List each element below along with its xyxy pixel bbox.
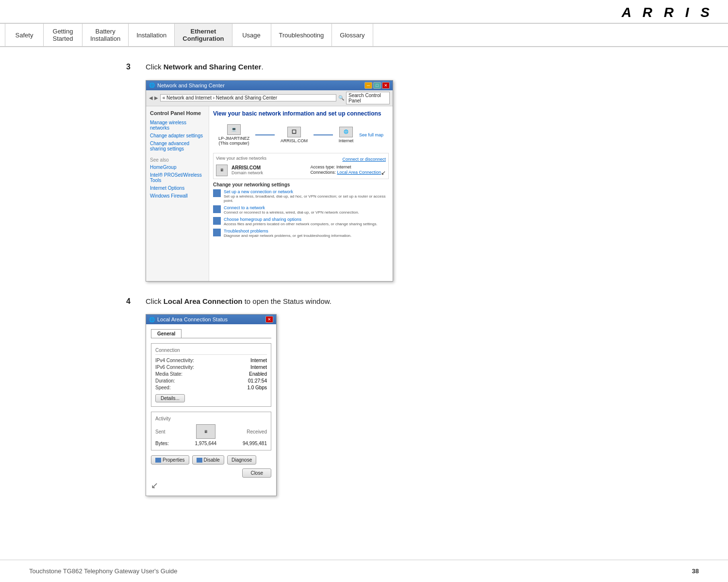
maximize-button[interactable]: □: [373, 82, 381, 89]
nsc-link-wireless[interactable]: Manage wireless networks: [150, 120, 205, 131]
lac-title: Local Area Connection Status: [157, 316, 228, 322]
lac-close-btn[interactable]: Close: [242, 468, 271, 478]
setting-desc-0: Set up a wireless, broadband, dial-up, a…: [224, 194, 389, 203]
footer: Touchstone TG862 Telephony Gateway User'…: [0, 560, 728, 582]
nav-item-usage[interactable]: Usage: [232, 24, 271, 46]
properties-button[interactable]: Properties: [151, 455, 189, 465]
setting-icon-3: [213, 229, 221, 236]
nav-item-installation[interactable]: Installation: [129, 24, 175, 46]
nsc-link-adapter[interactable]: Change adapter settings: [150, 133, 205, 138]
bytes-row: Bytes: 1,975,644 94,995,481: [155, 441, 267, 446]
minimize-button[interactable]: ─: [364, 82, 372, 89]
nsc-body: Control Panel Home Manage wireless netwo…: [146, 106, 393, 281]
router-icon: 🔲: [287, 127, 301, 137]
setting-link-1[interactable]: Connect to a network: [224, 205, 359, 210]
disable-icon: [197, 458, 202, 463]
footer-page: 38: [692, 567, 699, 575]
nsc-see-also: See also HomeGroup Intel® PROSet/Wireles…: [150, 157, 205, 199]
nsc-address[interactable]: « Network and Internet › Network and Sha…: [160, 94, 336, 101]
details-button[interactable]: Details...: [155, 394, 185, 402]
setting-row-1: Connect to a network Connect or reconnec…: [213, 205, 389, 215]
setting-link-0[interactable]: Set up a new connection or network: [224, 189, 389, 194]
nav-item-getting-started[interactable]: GettingStarted: [44, 24, 83, 46]
diagnose-button[interactable]: Diagnose: [227, 455, 256, 465]
setting-desc-3: Diagnose and repair network problems, or…: [224, 233, 351, 238]
see-also-label: See also: [150, 157, 205, 163]
net-line-1: [255, 134, 275, 135]
setting-row-0: Set up a new connection or network Set u…: [213, 189, 389, 203]
nav-item-battery-installation[interactable]: BatteryInstallation: [83, 24, 129, 46]
step-4-bold: Local Area Connection: [164, 297, 243, 305]
activity-sent-received-row: Sent 🖥 Received: [155, 424, 267, 439]
step-4-number: 4: [126, 296, 146, 306]
nsc-link-sharing[interactable]: Change advanced sharing settings: [150, 141, 205, 151]
nsc-main-panel: View your basic network information and …: [209, 106, 393, 281]
step-4-text: Click Local Area Connection to open the …: [146, 296, 602, 307]
active-networks-section: View your active networks Connect or dis…: [213, 153, 389, 179]
nsc-link-homegroup[interactable]: HomeGroup: [150, 165, 205, 170]
lac-row-ipv4: IPv4 Connectivity: Internet: [155, 358, 267, 363]
nsc-link-intel[interactable]: Intel® PROSet/Wireless Tools: [150, 172, 205, 183]
nsc-main-title: View your basic network information and …: [213, 110, 389, 117]
navigation: Safety GettingStarted BatteryInstallatio…: [0, 24, 728, 47]
nav-item-glossary[interactable]: Glossary: [332, 24, 373, 46]
setting-link-3[interactable]: Troubleshoot problems: [224, 229, 351, 233]
bytes-sent: 1,975,644: [195, 441, 217, 446]
nsc-titlebar: 🌐 Network and Sharing Center ─ □ ✕: [146, 81, 393, 90]
sent-label: Sent: [155, 429, 165, 434]
footer-title: Touchstone TG862 Telephony Gateway User'…: [29, 567, 178, 575]
change-settings-section: Change your networking settings Set up a…: [213, 182, 389, 238]
active-network-type: Domain network: [232, 170, 306, 175]
active-network-icon: 🖥: [216, 165, 228, 176]
nsc-screenshot: 🌐 Network and Sharing Center ─ □ ✕ ◀ ▶ «…: [146, 80, 393, 282]
step-3-text: Click Network and Sharing Center.: [146, 62, 602, 73]
step-3-content: Click Network and Sharing Center. 🌐 Netw…: [146, 62, 602, 282]
setting-icon-1: [213, 205, 221, 213]
step-3-bold: Network and Sharing Center: [164, 63, 262, 71]
nsc-link-internet-options[interactable]: Internet Options: [150, 185, 205, 191]
lac-win-controls: ✕: [265, 316, 273, 323]
active-networks-label: View your active networks: [216, 156, 266, 161]
step-4: 4 Click Local Area Connection to open th…: [126, 296, 602, 497]
lac-row-duration: Duration: 01:27:54: [155, 378, 267, 383]
network-diagram: 💻 LP-JMARTINEZ(This computer) 🔲 ARRISL.C…: [213, 122, 389, 148]
net-node-computer: 💻 LP-JMARTINEZ(This computer): [218, 124, 249, 146]
disable-button[interactable]: Disable: [192, 455, 224, 465]
access-type-label: Access type:: [310, 165, 335, 169]
lac-tab-general[interactable]: General: [151, 329, 182, 338]
step-3: 3 Click Network and Sharing Center. 🌐 Ne…: [126, 62, 602, 282]
net-node-internet: 🌐 Internet: [339, 127, 354, 143]
header: A R R I S: [0, 0, 728, 24]
setting-icon-2: [213, 217, 221, 225]
cursor-area: ↙: [151, 480, 271, 491]
lac-row-ipv6: IPv6 Connectivity: Internet: [155, 365, 267, 370]
lac-connection-section: Connection IPv4 Connectivity: Internet I…: [151, 343, 271, 407]
nav-item-safety[interactable]: Safety: [5, 24, 44, 46]
see-full-map-link[interactable]: See full map: [359, 133, 383, 137]
setting-icon-0: [213, 189, 221, 197]
setting-row-3: Troubleshoot problems Diagnose and repai…: [213, 229, 389, 238]
close-button[interactable]: ✕: [382, 82, 390, 89]
properties-icon: [155, 458, 161, 463]
step-4-content: Click Local Area Connection to open the …: [146, 296, 602, 497]
access-type-value: Internet: [336, 165, 351, 169]
lac-close-row: Close: [151, 468, 271, 478]
lac-activity-section: Activity Sent 🖥 Received Bytes: 1,975,64…: [151, 412, 271, 450]
setting-link-2[interactable]: Choose homegroup and sharing options: [224, 217, 378, 222]
lac-tabs: General: [151, 329, 271, 338]
main-content: 3 Click Network and Sharing Center. 🌐 Ne…: [97, 47, 631, 525]
nsc-addressbar: ◀ ▶ « Network and Internet › Network and…: [146, 90, 393, 106]
net-node-arris: 🔲 ARRISL.COM: [281, 127, 308, 143]
internet-icon: 🌐: [339, 127, 353, 137]
setting-row-2: Choose homegroup and sharing options Acc…: [213, 217, 389, 226]
active-network-row: 🖥 ARRISI.COM Domain network Access type:…: [216, 165, 386, 176]
nav-item-troubleshooting[interactable]: Troubleshooting: [271, 24, 332, 46]
nsc-search[interactable]: Search Control Panel: [346, 92, 390, 104]
nav-item-ethernet-configuration[interactable]: EthernetConfiguration: [175, 24, 232, 46]
net-line-2: [314, 134, 333, 135]
nsc-link-firewall[interactable]: Windows Firewall: [150, 193, 205, 199]
lac-close-button[interactable]: ✕: [265, 316, 273, 323]
change-settings-title: Change your networking settings: [213, 182, 389, 187]
local-area-connection-link[interactable]: Local Area Connection: [337, 170, 381, 175]
connect-disconnect-link[interactable]: Connect or disconnect: [342, 157, 386, 162]
